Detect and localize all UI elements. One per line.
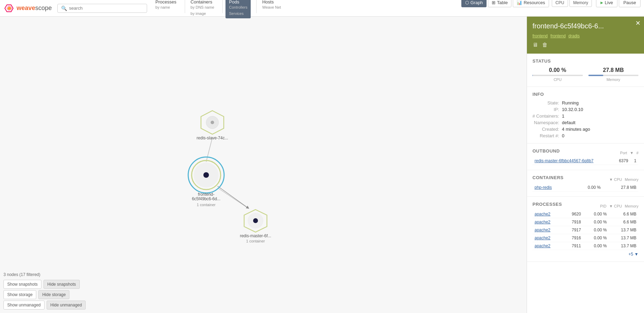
ip-value: 10.32.0.10 [562,107,638,112]
hide-snapshots-btn[interactable]: Hide snapshots [44,280,80,289]
nav-pods[interactable]: Pods Controllers Services [225,0,251,18]
process-link-1[interactable]: apache2 [535,220,550,224]
nav-hosts[interactable]: Hosts Weave Net [259,0,283,12]
nav-hosts-label: Hosts [262,0,273,4]
status-metrics: 0.00 % CPU 27.8 MB Memory [532,67,638,82]
bottom-controls: 3 nodes (17 filtered) Show snapshots Hid… [3,272,86,310]
panel-link-0[interactable]: frontend [532,34,548,38]
restart-value: 0 [562,133,638,138]
processes-section-title: Processes [532,202,562,207]
nav-pods-label: Pods [229,0,239,4]
show-unmanaged-btn[interactable]: Show unmanaged [3,301,45,310]
graph-view-btn[interactable]: ⬡ Graph [461,0,487,7]
process-link-2[interactable]: apache2 [535,228,550,232]
outbound-section-title: Outbound [532,148,560,154]
table-row: apache2 7916 0.00 % 13.7 MB [532,234,638,242]
info-grid: State: Running IP: 10.32.0.10 # Containe… [532,100,638,138]
show-storage-btn[interactable]: Show storage [3,290,36,299]
search-box[interactable]: 🔍 [57,4,147,13]
nav-containers[interactable]: Containers by DNS name by image [188,0,217,18]
svg-line-4 [218,188,249,209]
show-snapshots-btn[interactable]: Show snapshots [3,280,41,289]
state-value: Running [562,100,638,105]
storage-row: Show storage Hide storage [3,290,86,299]
status-section: Status 0.00 % CPU 27.8 MB Memory [527,54,644,87]
outbound-link-0[interactable]: redis-master-6fbbc44567-6q8b7 [535,158,594,163]
outbound-port-0: 6379 [613,157,630,165]
outbound-sort-icon[interactable]: ▼ [630,151,634,155]
process-link-3[interactable]: apache2 [535,236,550,240]
delete-icon[interactable]: 🗑 [542,42,548,48]
nav-containers-sub-image[interactable]: by image [191,11,206,17]
containers-section-title: Containers [532,175,564,180]
process-link-4[interactable]: apache2 [535,243,550,248]
nav-hosts-sub-weave[interactable]: Weave Net [262,4,281,11]
node-redis-master[interactable]: redis-master-6f... 1 container [240,210,271,243]
process-cpu-3: 0.00 % [583,234,609,242]
process-pid-2: 7917 [563,226,583,234]
pause-button[interactable]: Pause [619,0,641,7]
table-row: apache2 7917 0.00 % 13.7 MB [532,226,638,234]
svg-text:1 container: 1 container [246,239,265,243]
hide-unmanaged-btn[interactable]: Hide unmanaged [47,301,86,310]
table-view-btn[interactable]: ⊞ Table [488,0,511,7]
logo[interactable]: weavescope [3,3,52,14]
status-section-title: Status [532,58,638,64]
logo-icon [3,3,15,14]
process-memory-4: 13.7 MB [609,242,638,250]
process-memory-1: 6.6 MB [609,218,638,226]
panel-links: frontend frontend dradis [532,34,638,38]
process-cpu-1: 0.00 % [583,218,609,226]
nav-containers-sub-dns[interactable]: by DNS name [191,4,214,11]
node-redis-slave[interactable]: redis-slave-74c... [196,111,228,140]
live-button[interactable]: ▶ Live [596,0,617,7]
memory-value: 27.8 MB [603,67,624,73]
cpu-label: CPU [554,77,561,82]
processes-pid-header: PID [600,204,606,208]
memory-metric: 27.8 MB Memory [588,67,639,82]
graph-area[interactable]: redis-slave-74c... frontend- 6c5f49bc6-6… [0,17,527,313]
svg-point-14 [203,172,209,178]
process-cpu-2: 0.00 % [583,226,609,234]
cpu-tab[interactable]: CPU [552,0,568,7]
svg-line-6 [218,186,248,208]
memory-label: Memory [606,77,620,82]
table-row: redis-master-6fbbc44567-6q8b7 6379 1 [532,157,638,165]
process-pid-3: 7916 [563,234,583,242]
nav-pods-sub-controllers[interactable]: Controllers [229,4,247,11]
containers-cpu-sort[interactable]: ▼ CPU [609,177,622,182]
resources-btn-label: Resources [523,0,545,5]
nav-processes-label: Processes [155,0,176,4]
state-label: State: [532,100,559,105]
node-frontend[interactable]: frontend- 6c5f49bc6-6d... 1 container [188,157,224,207]
processes-cpu-sort[interactable]: ▼ CPU [609,204,622,208]
info-section-title: Info [532,92,638,97]
nav-divider-2 [222,0,223,13]
panel-link-1[interactable]: frontend [550,34,566,38]
play-icon: ▶ [600,1,603,4]
resources-view-btn[interactable]: 📊 Resources [513,0,549,7]
table-row: apache2 7911 0.00 % 13.7 MB [532,242,638,250]
search-input[interactable] [69,6,143,11]
nav-pods-sub-services[interactable]: Services [229,11,243,17]
panel-link-2[interactable]: dradis [568,34,580,38]
created-value: 4 minutes ago [562,127,638,132]
hide-storage-btn[interactable]: Hide storage [38,290,69,299]
terminal-icon[interactable]: 🖥 [532,42,538,48]
container-memory-0: 27.8 MB [603,184,638,192]
container-link-0[interactable]: php-redis [535,185,552,190]
nav-divider-1 [185,0,185,13]
node-count: 3 nodes (17 filtered) [3,272,86,277]
process-memory-0: 6.6 MB [609,210,638,218]
memory-tab[interactable]: Memory [569,0,592,7]
logo-wordmark: weavescope [17,4,52,12]
process-pid-1: 7918 [563,218,583,226]
processes-memory-header: Memory [625,204,638,208]
unmanaged-row: Show unmanaged Hide unmanaged [3,301,86,310]
processes-more-btn[interactable]: +5 ▼ [628,252,638,257]
process-link-0[interactable]: apache2 [535,212,550,217]
table-row: apache2 9620 0.00 % 6.6 MB [532,210,638,218]
nav-processes[interactable]: Processes by name [153,0,179,12]
nav-processes-sub-byname[interactable]: by name [155,4,170,11]
panel-close-btn[interactable]: ✕ [635,19,641,27]
